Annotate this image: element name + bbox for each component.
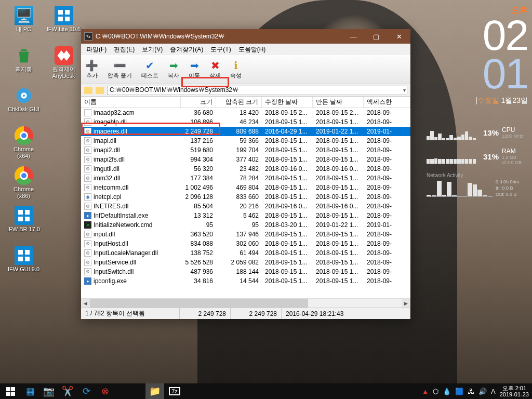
cell-created: 2019-01-22 1... [313,221,364,229]
svg-rect-8 [15,206,33,225]
menu-item[interactable]: 즐겨찾기(A) [167,44,206,55]
taskbar-item-2[interactable]: 📷 [39,383,58,399]
taskbar-7zip[interactable]: 7z [164,383,183,399]
header-packed-size[interactable]: 압축된 크기 [216,97,262,108]
scroll-thumb[interactable] [90,299,308,308]
cell-size: 56 320 [181,165,216,172]
up-folder-icon[interactable] [84,87,92,94]
path-input[interactable]: C:￦00￦BOOT.WIM￦Windows￦System32￦▾ [107,86,407,95]
header-modified[interactable]: 수정한 날짜 [262,97,313,108]
taskbar-explorer[interactable]: 📁 [145,383,164,399]
cell-modified: 2018-09-15 1... [262,268,313,275]
file-row[interactable]: imapi.dll137 21659 3662018-09-15 1...201… [81,136,410,145]
toolbar-테스트[interactable]: ✔테스트 [141,59,158,79]
file-row[interactable]: inetcomm.dll1 002 496469 8042018-09-15 1… [81,183,410,192]
file-row[interactable]: imaadp32.acm36 68018 4202018-09-15 2...2… [81,108,410,117]
icon-graphic [15,206,33,225]
desktop-icon[interactable]: 휴지통 [4,44,43,83]
desktop-icon[interactable]: 원격제어 AnyDesk [44,44,83,83]
desktop-icon[interactable]: IFW GUI 9.0 [4,244,43,283]
taskbar-item-3[interactable]: ✂️ [58,383,77,399]
cell-created: 2019-01-22 1... [313,128,364,135]
taskbar-item-1[interactable]: ▦ [21,383,39,399]
toolbar-압축 풀기[interactable]: ➖압축 풀기 [108,59,132,79]
file-row[interactable]: inetcpl.cpl2 096 128833 6602018-09-15 1.… [81,192,410,202]
desktop-icon[interactable]: IFW BR 17.0 [4,204,43,243]
close-button[interactable]: ✕ [388,29,410,44]
menu-item[interactable]: 보기(V) [139,44,166,55]
menu-item[interactable]: 도움말(H) [235,44,269,55]
tray-volume-icon[interactable]: 🔊 [478,388,487,395]
file-row[interactable]: InputHost.dll834 088302 0602018-09-15 1.… [81,239,410,248]
desktop-icon[interactable]: Chrome (x86) [4,164,43,203]
tray-icon-4[interactable]: 🟦 [455,388,463,395]
file-row[interactable]: InputSwitch.dll487 936188 1442018-09-15 … [81,267,410,276]
cell-created: 2018-09-15 1... [313,240,364,247]
tray-icon-2[interactable]: ⬡ [433,388,438,395]
desktop-icon[interactable]: ChkDsk GUI [4,84,43,123]
toolbar-추가[interactable]: ➕추가 [85,59,98,79]
toolbar-이동[interactable]: ➡이동 [189,59,200,79]
header-created[interactable]: 만든 날짜 [313,97,364,108]
header-accessed[interactable]: 액세스한 [364,97,410,108]
taskbar-item-refresh[interactable]: ⟳ [77,383,96,399]
cpu-label: CPU1200 MHz [502,126,528,139]
cell-accessed: 2018-09- [364,137,410,144]
file-row[interactable]: InitializeNetwork.cmd95952018-03-20 1...… [81,220,410,230]
dropdown-icon[interactable]: ▾ [403,87,406,93]
minimize-button[interactable]: — [342,29,365,44]
icon-label: Chrome (x64) [14,146,34,159]
start-button[interactable] [0,383,21,399]
horizontal-scrollbar[interactable]: ◀ ▶ [81,298,410,308]
cell-size: 177 384 [181,175,216,182]
file-row[interactable]: input.dll363 520137 9462018-09-15 1...20… [81,230,410,239]
file-row[interactable]: imapi2fs.dll994 304377 4022018-09-15 1..… [81,155,410,164]
file-row[interactable]: InputLocaleManager.dll138 75261 4942018-… [81,248,410,258]
cell-name: imapi2fs.dll [81,156,181,163]
file-row[interactable]: INETRES.dll85 50420 2162018-09-16 0...20… [81,202,410,211]
status-size: 2 249 728 [180,308,231,319]
tray-icon-1[interactable]: ▲ [422,388,429,395]
tray-icon-3[interactable]: 💧 [443,388,451,395]
file-row[interactable]: imgutil.dll56 32023 4822018-09-16 0...20… [81,164,410,174]
taskbar-item-close[interactable]: ⊗ [96,383,114,399]
toolbar-속성[interactable]: ℹ속성 [230,59,242,79]
toolbar-복사[interactable]: ➡복사 [168,59,179,79]
file-row[interactable]: ipconfig.exe34 81614 5442018-09-15 1...2… [81,276,410,286]
cell-accessed: 2018-09- [364,231,410,238]
scroll-left-button[interactable]: ◀ [81,299,90,308]
scroll-track[interactable] [90,299,402,308]
menu-item[interactable]: 도구(T) [207,44,234,55]
file-row[interactable]: InfDefaultInstall.exe13 3125 4622018-09-… [81,211,410,220]
file-rows: imaadp32.acm36 68018 4202018-09-15 2...2… [81,108,410,298]
maximize-button[interactable]: ▢ [365,29,388,44]
tray-clock[interactable]: 오후 2:01 2019-01-23 [500,385,529,397]
cell-packed-size: 14 544 [216,277,262,285]
file-row[interactable]: imm32.dll177 38478 2842018-09-15 1...201… [81,174,410,183]
header-size[interactable]: 크기 [181,97,216,108]
cell-packed-size: 46 234 [216,118,262,126]
svg-rect-2 [65,10,70,15]
scroll-right-button[interactable]: ▶ [402,299,410,308]
tray-ime-icon[interactable]: A [491,388,496,395]
desktop-icon[interactable]: IFW Lite 10.6 [44,4,83,43]
cell-accessed: 2019-01- [364,128,410,135]
tray-network-icon[interactable]: 🖧 [468,388,474,395]
menu-item[interactable]: 편집(E) [111,44,138,55]
7zip-window: 7z C:￦00￦BOOT.WIM￦Windows￦System32￦ — ▢ … [81,29,410,319]
titlebar[interactable]: 7z C:￦00￦BOOT.WIM￦Windows￦System32￦ — ▢ … [81,29,410,44]
cpu-row: 13% CPU1200 MHz [427,125,528,140]
file-row[interactable]: imagehlp.dll106 89646 2342018-09-15 1...… [81,117,410,127]
toolbar-icon: ➕ [85,59,98,72]
file-row[interactable]: InputService.dll5 526 5282 059 0822018-0… [81,258,410,267]
toolbar-label: 압축 풀기 [108,72,132,79]
desktop-icon[interactable]: 내 PC [4,4,43,43]
file-row[interactable]: imapi2.dll519 680199 7042018-09-15 1...2… [81,145,410,155]
header-name[interactable]: 이름 [81,97,181,108]
toolbar-삭제[interactable]: ✖삭제 [209,59,221,79]
cell-name: imaadp32.acm [81,109,181,116]
file-row[interactable]: imageres.dll2 249 728809 6882016-04-29 1… [81,127,410,136]
svg-rect-10 [25,210,30,215]
menu-item[interactable]: 파일(F) [83,44,110,55]
desktop-icon[interactable]: Chrome (x64) [4,124,43,163]
